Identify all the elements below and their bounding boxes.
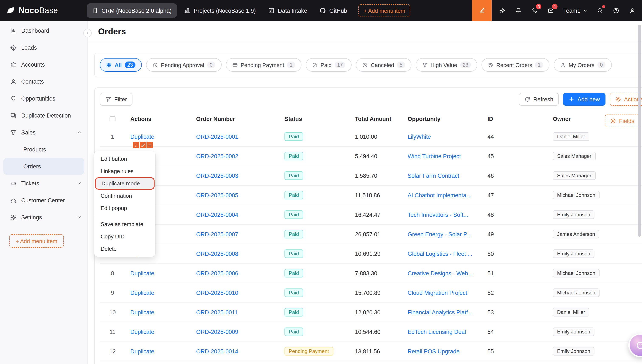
- team-switcher[interactable]: Team1: [559, 8, 592, 14]
- row-index[interactable]: 1: [100, 127, 125, 146]
- vertical-scrollbar[interactable]: [638, 24, 641, 237]
- search-button[interactable]: [592, 0, 608, 21]
- opportunity-link[interactable]: Wind Turbine Project: [408, 153, 461, 159]
- topbar-add-menu-item-button[interactable]: + Add menu item: [359, 4, 410, 17]
- opportunity-link[interactable]: Cloud Migration Project: [408, 290, 467, 296]
- menu-item-edit-button[interactable]: Edit button: [94, 153, 155, 165]
- messages-button[interactable]: 1: [543, 0, 559, 21]
- row-index[interactable]: 11: [100, 322, 125, 342]
- row-index[interactable]: 10: [100, 302, 125, 322]
- menu-item-linkage-rules[interactable]: Linkage rules: [94, 165, 155, 177]
- view-tab-high-value[interactable]: High Value23: [416, 58, 477, 72]
- column-header[interactable]: Owner: [548, 112, 603, 127]
- order-number-link[interactable]: ORD-2025-0002: [196, 153, 238, 159]
- sidebar-item-sales[interactable]: Sales: [0, 124, 88, 141]
- order-number-link[interactable]: ORD-2025-0011: [196, 309, 238, 316]
- order-number-link[interactable]: ORD-2025-0014: [196, 348, 238, 354]
- column-header[interactable]: Status: [279, 112, 350, 127]
- drag-handle-icon[interactable]: [133, 142, 139, 148]
- sidebar-item-leads[interactable]: Leads: [0, 39, 88, 56]
- duplicate-action-link[interactable]: Duplicate: [130, 328, 154, 335]
- order-number-link[interactable]: ORD-2025-0005: [196, 192, 238, 198]
- column-header[interactable]: Total Amount: [350, 112, 403, 127]
- duplicate-action-link[interactable]: Duplicate: [130, 348, 154, 354]
- opportunity-link[interactable]: Retail POS Upgrade: [408, 348, 460, 354]
- menu-item-delete[interactable]: Delete: [94, 243, 155, 255]
- sidebar-item-dashboard[interactable]: Dashboard: [0, 22, 88, 39]
- order-number-link[interactable]: ORD-2025-0008: [196, 250, 238, 257]
- brand[interactable]: NocoBase: [6, 6, 87, 15]
- sidebar-item-orders[interactable]: Orders: [4, 158, 84, 175]
- view-tab-paid[interactable]: Paid17: [306, 58, 352, 72]
- view-tab-pending-payment[interactable]: Pending Payment1: [226, 58, 301, 72]
- column-header[interactable]: ID: [482, 112, 548, 127]
- sidebar-item-contacts[interactable]: Contacts: [0, 73, 88, 90]
- column-header[interactable]: Order Number: [191, 112, 279, 127]
- menu-item-edit-popup[interactable]: Edit popup: [94, 202, 155, 214]
- settings-menu-icon[interactable]: [146, 142, 153, 148]
- sidebar-item-tickets[interactable]: Tickets: [0, 175, 88, 192]
- topbar-tab[interactable]: CRM (NocoBase 2.0 alpha): [87, 4, 177, 18]
- sidebar-item-customer-center[interactable]: Customer Center: [0, 192, 88, 209]
- view-tab-all[interactable]: All23: [100, 58, 142, 72]
- actions-button[interactable]: Actions: [609, 93, 642, 106]
- help-button[interactable]: [608, 0, 624, 21]
- order-number-link[interactable]: ORD-2025-0004: [196, 212, 238, 218]
- select-all-checkbox[interactable]: [110, 116, 116, 122]
- menu-item-duplicate-mode[interactable]: Duplicate mode: [95, 177, 155, 190]
- duplicate-action-link[interactable]: Duplicate: [130, 134, 154, 140]
- view-tab-pending-approval[interactable]: Pending Approval0: [146, 58, 221, 72]
- notifications-button[interactable]: [511, 0, 527, 21]
- topbar-tab[interactable]: Data Intake: [263, 4, 313, 18]
- opportunity-link[interactable]: Creative Designs - Web...: [408, 270, 473, 276]
- fields-button[interactable]: Fields: [605, 114, 640, 127]
- user-menu-button[interactable]: [624, 0, 640, 21]
- sidebar-item-accounts[interactable]: Accounts: [0, 56, 88, 73]
- refresh-button[interactable]: Refresh: [519, 93, 559, 106]
- row-index[interactable]: 12: [100, 342, 125, 361]
- row-index[interactable]: 9: [100, 283, 125, 302]
- duplicate-action-link[interactable]: Duplicate: [130, 270, 154, 276]
- view-tab-canceled[interactable]: Canceled5: [356, 58, 411, 72]
- duplicate-action-link[interactable]: Duplicate: [130, 290, 154, 296]
- sidebar-item-opportunities[interactable]: Opportunities: [0, 90, 88, 107]
- plugin-settings-button[interactable]: [494, 0, 511, 21]
- sidebar-item-duplicate-detection[interactable]: Duplicate Detection: [0, 107, 88, 124]
- order-number-link[interactable]: ORD-2025-0009: [196, 328, 238, 335]
- topbar-tab[interactable]: Projects (NocoBase 1.9): [179, 4, 261, 18]
- opportunity-link[interactable]: AI Chatbot Implementa...: [408, 192, 471, 198]
- order-number-link[interactable]: ORD-2025-0003: [196, 172, 238, 179]
- calls-button[interactable]: 3: [527, 0, 543, 21]
- sidebar-item-label: Tickets: [21, 180, 39, 186]
- add-new-button[interactable]: Add new: [563, 93, 605, 106]
- menu-item-copy-uid[interactable]: Copy UID: [94, 230, 155, 243]
- opportunity-link[interactable]: Solar Farm Contract: [408, 172, 459, 179]
- view-tab-my-orders[interactable]: My Orders0: [554, 58, 612, 72]
- opportunity-link[interactable]: Green Energy - Solar P...: [408, 231, 471, 237]
- topbar-tab[interactable]: GitHub: [314, 4, 353, 18]
- opportunity-link[interactable]: EdTech Licensing Deal: [408, 328, 466, 335]
- row-index[interactable]: 8: [100, 264, 125, 283]
- ui-editor-button[interactable]: [472, 0, 492, 21]
- column-header[interactable]: Actions: [125, 112, 191, 127]
- column-header[interactable]: Opportunity: [403, 112, 482, 127]
- menu-item-confirmation[interactable]: Confirmation: [94, 190, 155, 202]
- order-number-link[interactable]: ORD-2025-0007: [196, 231, 238, 237]
- row-index[interactable]: 13: [100, 361, 125, 364]
- duplicate-action-link[interactable]: Duplicate: [130, 309, 154, 316]
- sidebar-item-settings[interactable]: Settings: [0, 209, 88, 226]
- sidebar-item-products[interactable]: Products: [0, 141, 88, 158]
- view-tab-recent-orders[interactable]: Recent Orders1: [481, 58, 549, 72]
- order-number-link[interactable]: ORD-2025-0001: [196, 134, 238, 140]
- filter-button[interactable]: Filter: [100, 93, 132, 106]
- opportunity-link[interactable]: LilyWhite: [408, 134, 431, 140]
- opportunity-link[interactable]: Global Logistics - Fleet ...: [408, 250, 472, 257]
- quick-edit-icon[interactable]: [140, 142, 146, 148]
- order-number-link[interactable]: ORD-2025-0006: [196, 270, 238, 276]
- sidebar-collapse-button[interactable]: [83, 29, 92, 37]
- order-number-link[interactable]: ORD-2025-0010: [196, 290, 238, 296]
- menu-item-save-as-template[interactable]: Save as template: [94, 218, 155, 230]
- opportunity-link[interactable]: Tech Innovators - Soft...: [408, 212, 468, 218]
- sidebar-add-menu-item-button[interactable]: + Add menu item: [9, 234, 64, 248]
- opportunity-link[interactable]: Financial Analytics Platf...: [408, 309, 473, 316]
